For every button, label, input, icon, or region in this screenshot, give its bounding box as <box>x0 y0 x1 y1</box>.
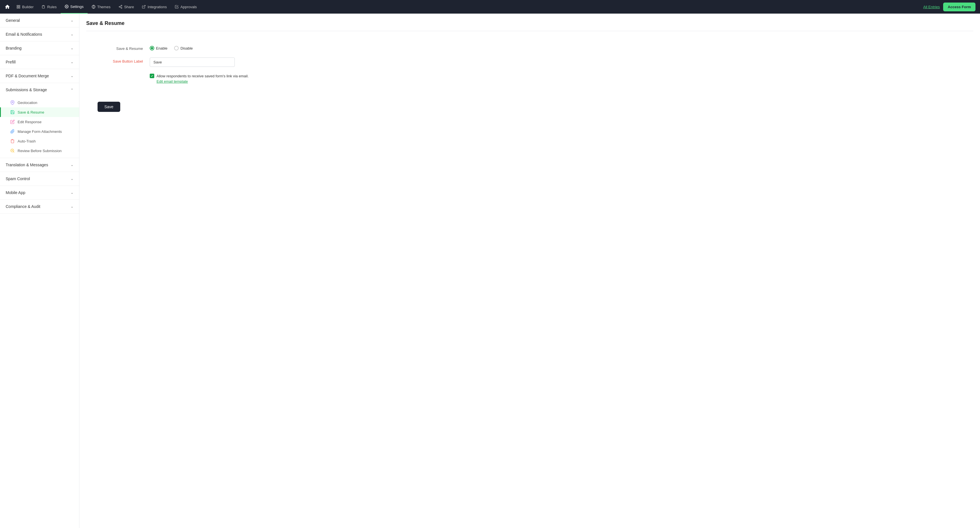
geolocation-icon <box>10 100 15 105</box>
review-icon <box>10 148 15 153</box>
sidebar-section-header-translation[interactable]: Translation & Messages ⌄ <box>0 158 79 172</box>
sidebar-section-spam: Spam Control ⌄ <box>0 172 79 186</box>
checkbox-row: Allow respondents to receive saved form'… <box>97 74 962 84</box>
sidebar-section-prefill: Prefill ⌄ <box>0 55 79 69</box>
disable-radio[interactable] <box>174 46 179 51</box>
sidebar-item-geolocation[interactable]: Geolocation <box>0 98 79 107</box>
save-resume-toggle: Enable Disable <box>150 45 962 51</box>
chevron-translation-icon: ⌄ <box>71 163 73 167</box>
save-button-label-input[interactable] <box>150 57 235 67</box>
nav-items: Builder Rules Settings Themes Share Inte… <box>13 0 923 14</box>
chevron-compliance-icon: ⌄ <box>71 205 73 208</box>
enable-option[interactable]: Enable <box>150 46 167 51</box>
svg-point-7 <box>119 6 120 7</box>
checkbox-control: Allow respondents to receive saved form'… <box>150 74 962 84</box>
sidebar-section-header-prefill[interactable]: Prefill ⌄ <box>0 55 79 69</box>
chevron-email-icon: ⌄ <box>71 32 73 36</box>
svg-point-12 <box>12 102 13 103</box>
svg-rect-2 <box>17 7 18 8</box>
save-resume-row: Save & Resume Enable Disable <box>97 45 962 51</box>
sidebar-section-branding: Branding ⌄ <box>0 41 79 55</box>
sidebar-item-manage-attachments[interactable]: Manage Form Attachments <box>0 127 79 136</box>
svg-point-5 <box>92 5 95 8</box>
sidebar-item-edit-response[interactable]: Edit Response <box>0 117 79 127</box>
sidebar-section-header-email[interactable]: Email & Notifications ⌄ <box>0 27 79 41</box>
email-checkbox-label: Allow respondents to receive saved form'… <box>156 74 249 78</box>
nav-integrations[interactable]: Integrations <box>138 0 171 14</box>
enable-label: Enable <box>156 46 167 51</box>
svg-rect-1 <box>19 5 20 6</box>
chevron-mobile-icon: ⌄ <box>71 191 73 195</box>
sidebar-item-save-resume[interactable]: Save & Resume <box>0 107 79 117</box>
svg-line-9 <box>120 7 121 8</box>
sidebar-section-mobile: Mobile App ⌄ <box>0 186 79 200</box>
sidebar-section-header-compliance[interactable]: Compliance & Audit ⌄ <box>0 200 79 213</box>
svg-point-8 <box>121 7 122 8</box>
edit-template-link[interactable]: Edit email template <box>156 79 188 84</box>
sidebar: General ⌄ Email & Notifications ⌄ Brandi… <box>0 14 80 528</box>
top-navigation: Builder Rules Settings Themes Share Inte… <box>0 0 980 14</box>
enable-radio[interactable] <box>150 46 154 51</box>
sidebar-section-general: General ⌄ <box>0 14 79 27</box>
page-title: Save & Resume <box>86 21 973 31</box>
checkbox-spacer <box>97 74 143 75</box>
svg-line-14 <box>13 152 14 152</box>
attachments-icon <box>10 129 15 134</box>
svg-point-6 <box>121 5 122 6</box>
sidebar-section-header-spam[interactable]: Spam Control ⌄ <box>0 172 79 186</box>
chevron-prefill-icon: ⌄ <box>71 60 73 64</box>
sidebar-section-header-branding[interactable]: Branding ⌄ <box>0 41 79 55</box>
disable-option[interactable]: Disable <box>174 46 192 51</box>
save-resume-icon <box>10 110 15 114</box>
nav-builder[interactable]: Builder <box>13 0 37 14</box>
save-resume-form: Save & Resume Enable Disable Save Button… <box>86 38 973 97</box>
save-button-label-row: Save Button Label <box>97 57 962 67</box>
svg-line-10 <box>120 6 121 6</box>
chevron-general-icon: ⌄ <box>71 18 73 22</box>
sidebar-items-submissions: Geolocation Save & Resume Edit Response <box>0 97 79 158</box>
chevron-submissions-icon: ⌄ <box>71 88 73 92</box>
auto-trash-icon <box>10 139 15 143</box>
svg-line-11 <box>143 5 145 7</box>
nav-approvals[interactable]: Approvals <box>171 0 201 14</box>
svg-rect-3 <box>19 7 20 8</box>
sidebar-section-submissions: Submissions & Storage ⌄ Geolocation Save… <box>0 83 79 158</box>
access-form-button[interactable]: Access Form <box>943 3 975 11</box>
sidebar-section-email: Email & Notifications ⌄ <box>0 27 79 41</box>
sidebar-section-translation: Translation & Messages ⌄ <box>0 158 79 172</box>
all-entries-link[interactable]: All Entries <box>923 5 940 9</box>
nav-settings[interactable]: Settings <box>61 0 88 14</box>
email-checkbox[interactable] <box>150 74 154 78</box>
sidebar-section-header-submissions[interactable]: Submissions & Storage ⌄ <box>0 83 79 97</box>
sidebar-item-review-submission[interactable]: Review Before Submission <box>0 146 79 155</box>
save-resume-label: Save & Resume <box>97 45 143 51</box>
nav-share[interactable]: Share <box>115 0 138 14</box>
svg-point-4 <box>66 6 67 7</box>
main-layout: General ⌄ Email & Notifications ⌄ Brandi… <box>0 14 980 528</box>
main-content: Save & Resume Save & Resume Enable Disab… <box>80 14 980 528</box>
edit-response-icon <box>10 119 15 124</box>
sidebar-section-pdf: PDF & Document Merge ⌄ <box>0 69 79 83</box>
save-button[interactable]: Save <box>97 102 120 112</box>
save-button-label-label: Save Button Label <box>97 57 143 63</box>
email-checkbox-row: Allow respondents to receive saved form'… <box>150 74 962 78</box>
save-button-container: Save <box>86 97 973 112</box>
sidebar-item-auto-trash[interactable]: Auto-Trash <box>0 136 79 146</box>
sidebar-section-header-general[interactable]: General ⌄ <box>0 14 79 27</box>
home-icon[interactable] <box>5 4 10 10</box>
chevron-branding-icon: ⌄ <box>71 46 73 50</box>
sidebar-section-header-pdf[interactable]: PDF & Document Merge ⌄ <box>0 69 79 83</box>
nav-right: All Entries Access Form <box>923 3 975 11</box>
sidebar-section-compliance: Compliance & Audit ⌄ <box>0 200 79 214</box>
save-button-label-control <box>150 57 962 67</box>
chevron-pdf-icon: ⌄ <box>71 74 73 78</box>
disable-label: Disable <box>180 46 192 51</box>
chevron-spam-icon: ⌄ <box>71 177 73 181</box>
nav-rules[interactable]: Rules <box>37 0 60 14</box>
sidebar-section-header-mobile[interactable]: Mobile App ⌄ <box>0 186 79 200</box>
svg-rect-0 <box>17 5 18 6</box>
nav-themes[interactable]: Themes <box>88 0 115 14</box>
